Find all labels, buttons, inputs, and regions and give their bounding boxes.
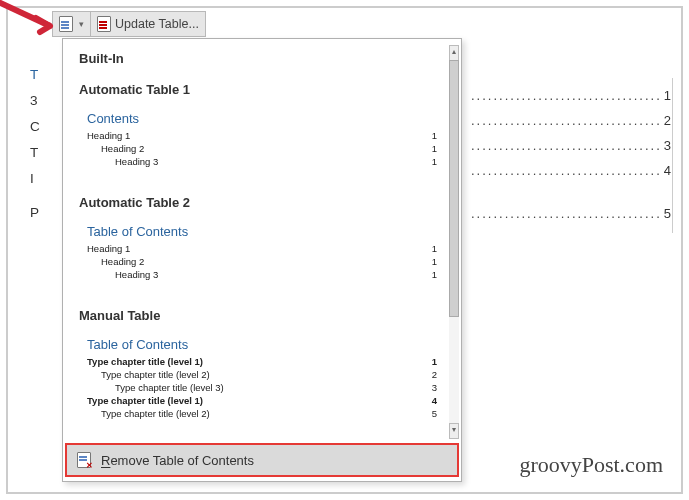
- document-left-margin: T 3 C T I P: [30, 62, 40, 226]
- toc-entry-page: 3: [432, 382, 437, 393]
- preview-contents-title: Contents: [87, 111, 437, 126]
- toc-entry-label: Type chapter title (level 2): [101, 369, 210, 380]
- menu-scrollbar[interactable]: ▴ ▾: [449, 45, 459, 439]
- toc-entry-label: Heading 1: [87, 243, 130, 254]
- scroll-up-button[interactable]: ▴: [449, 45, 459, 61]
- watermark: groovyPost.com: [519, 452, 663, 478]
- remove-document-icon: [77, 452, 91, 468]
- toc-toolbar: ▾ Update Table...: [52, 11, 206, 37]
- preview-contents-title: Table of Contents: [87, 224, 437, 239]
- update-table-label: Update Table...: [115, 17, 199, 31]
- toc-entry: Type chapter title (level 1)1: [87, 356, 437, 369]
- toc-entry-page: 1: [432, 356, 437, 367]
- toc-entry: Heading 11: [87, 130, 437, 143]
- scroll-down-button[interactable]: ▾: [449, 423, 459, 439]
- toc-entry-page: 1: [432, 256, 437, 267]
- toc-entry-label: Type chapter title (level 1): [87, 395, 203, 406]
- toc-entry-label: Type chapter title (level 3): [115, 382, 224, 393]
- toc-entry-page: 1: [432, 156, 437, 167]
- toc-entry: Heading 21: [87, 143, 437, 156]
- document-toc-background: 1 2 3 4 5: [471, 88, 681, 231]
- document-icon: [59, 16, 73, 32]
- scrollbar-track[interactable]: [449, 60, 459, 424]
- toc-entry: Heading 11: [87, 243, 437, 256]
- toc-entry: Type chapter title (level 3)3: [87, 382, 437, 395]
- toc-gallery-menu: Built-In Automatic Table 1 Contents Head…: [62, 38, 462, 482]
- scrollbar-thumb[interactable]: [449, 60, 459, 317]
- toc-entry-label: Heading 2: [101, 143, 144, 154]
- toc-entry: Heading 21: [87, 256, 437, 269]
- toc-entry-page: 5: [432, 408, 437, 419]
- update-table-button[interactable]: Update Table...: [91, 12, 205, 36]
- chevron-down-icon: ▾: [77, 19, 84, 29]
- toc-entry-page: 1: [432, 269, 437, 280]
- toc-entry-page: 1: [432, 143, 437, 154]
- builtin-header: Built-In: [65, 41, 459, 72]
- refresh-document-icon: [97, 16, 111, 32]
- toc-entry: Heading 31: [87, 269, 437, 282]
- toc-entry: Type chapter title (level 2)2: [87, 369, 437, 382]
- toc-dropdown-button[interactable]: ▾: [53, 12, 91, 36]
- auto-table-1-preview[interactable]: Contents Heading 11Heading 21Heading 31: [75, 103, 449, 183]
- auto-table-2-title: Automatic Table 2: [65, 185, 459, 216]
- toc-entry: Type chapter title (level 1)4: [87, 395, 437, 408]
- preview-contents-title: Table of Contents: [87, 337, 437, 352]
- toc-entry-label: Type chapter title (level 1): [87, 356, 203, 367]
- auto-table-2-preview[interactable]: Table of Contents Heading 11Heading 21He…: [75, 216, 449, 296]
- manual-table-preview[interactable]: Table of Contents Type chapter title (le…: [75, 329, 449, 449]
- manual-table-title: Manual Table: [65, 298, 459, 329]
- toc-entry-label: Heading 3: [115, 269, 158, 280]
- toc-entry-page: 1: [432, 130, 437, 141]
- remove-table-of-contents-button[interactable]: Remove Table of Contents: [67, 445, 457, 475]
- auto-table-1-title: Automatic Table 1: [65, 72, 459, 103]
- toc-entry-label: Heading 3: [115, 156, 158, 167]
- toc-entry-label: Heading 1: [87, 130, 130, 141]
- toc-entry-page: 2: [432, 369, 437, 380]
- toc-entry-page: 1: [432, 243, 437, 254]
- toc-entry: Heading 31: [87, 156, 437, 169]
- toc-entry: Type chapter title (level 2)5: [87, 408, 437, 421]
- toc-entry-label: Type chapter title (level 2): [101, 408, 210, 419]
- remove-toc-label: Remove Table of Contents: [101, 453, 254, 468]
- toc-entry-label: Heading 2: [101, 256, 144, 267]
- toc-entry-page: 4: [432, 395, 437, 406]
